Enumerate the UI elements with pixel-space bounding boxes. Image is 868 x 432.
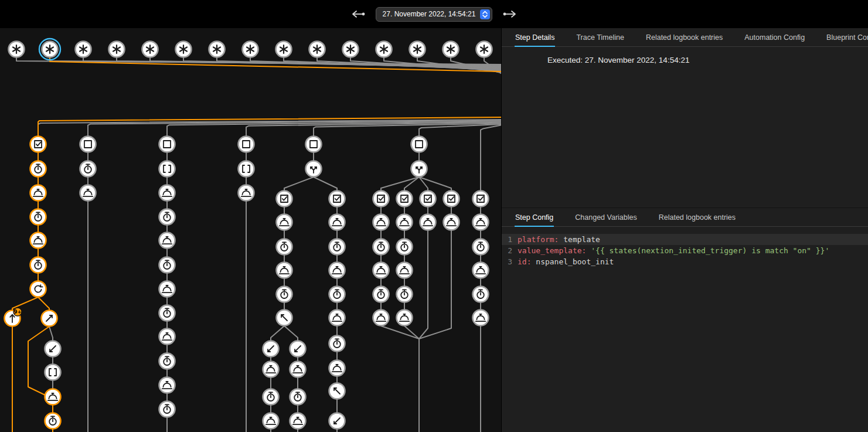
step-node-service-bell[interactable]	[290, 362, 306, 377]
step-node-checkbox-blank[interactable]	[239, 137, 254, 152]
step-node-arrow-up[interactable]: 9+	[5, 308, 22, 326]
step-node-refresh[interactable]	[30, 281, 46, 297]
step-node-arrow-sw[interactable]	[329, 413, 345, 429]
trigger-node[interactable]	[343, 42, 359, 57]
step-node-checkbox-marked[interactable]	[329, 191, 345, 207]
previous-run-button[interactable]	[349, 5, 367, 23]
trigger-node[interactable]	[443, 42, 459, 57]
trace-graph-svg[interactable]: 9+	[0, 28, 501, 432]
step-node-timer[interactable]	[30, 209, 46, 225]
step-node-timer[interactable]	[159, 402, 175, 417]
step-node-call-split[interactable]	[411, 161, 427, 177]
step-node-checkbox-marked[interactable]	[420, 191, 436, 207]
step-node-checkbox-marked[interactable]	[397, 191, 413, 207]
step-node-timer[interactable]	[30, 257, 46, 273]
step-node-checkbox-blank[interactable]	[411, 137, 427, 152]
trigger-node[interactable]	[39, 39, 60, 60]
step-node-service-bell[interactable]	[329, 215, 345, 230]
step-node-service-bell[interactable]	[444, 215, 459, 230]
step-node-service-bell[interactable]	[30, 185, 46, 201]
run-timestamp-select[interactable]: 27. November 2022, 14:54:21	[376, 7, 493, 22]
tab-blueprint-config[interactable]: Blueprint Config	[826, 33, 868, 47]
step-node-timer[interactable]	[80, 161, 96, 177]
trigger-node[interactable]	[9, 42, 25, 57]
step-node-service-bell[interactable]	[373, 263, 389, 278]
step-node-code-brackets[interactable]	[159, 161, 175, 177]
step-node-timer[interactable]	[329, 287, 345, 302]
step-node-timer[interactable]	[473, 239, 489, 255]
step-node-service-bell[interactable]	[159, 329, 175, 345]
trigger-node[interactable]	[243, 42, 258, 57]
step-node-service-bell[interactable]	[373, 215, 389, 230]
step-node-service-bell[interactable]	[397, 215, 413, 230]
step-node-service-bell[interactable]	[397, 263, 413, 278]
step-node-service-bell[interactable]	[277, 263, 292, 278]
trigger-node[interactable]	[109, 42, 125, 57]
step-node-service-bell[interactable]	[329, 310, 345, 326]
step-node-checkbox-blank[interactable]	[159, 137, 175, 152]
step-node-checkbox-marked[interactable]	[444, 191, 459, 207]
step-node-checkbox-marked[interactable]	[30, 137, 46, 152]
step-node-timer[interactable]	[159, 305, 175, 321]
step-node-service-bell[interactable]	[329, 263, 345, 278]
next-run-button[interactable]	[501, 5, 519, 23]
step-node-checkbox-marked[interactable]	[473, 191, 489, 207]
trigger-node[interactable]	[309, 42, 325, 57]
step-node-arrow-sw[interactable]	[263, 341, 279, 357]
trigger-node[interactable]	[476, 42, 492, 57]
step-node-timer[interactable]	[373, 287, 389, 302]
step-node-checkbox-blank[interactable]	[306, 137, 322, 152]
trigger-node[interactable]	[376, 42, 392, 57]
step-node-service-bell[interactable]	[473, 310, 489, 326]
step-node-service-bell[interactable]	[329, 360, 345, 376]
tab-step-config[interactable]: Step Config	[515, 213, 554, 227]
step-node-timer[interactable]	[290, 389, 306, 405]
step-node-service-bell[interactable]	[159, 185, 175, 201]
step-node-service-bell[interactable]	[373, 310, 389, 326]
step-node-checkbox-marked[interactable]	[373, 191, 389, 207]
step-node-timer[interactable]	[373, 239, 389, 255]
step-node-arrow-ne[interactable]	[42, 311, 57, 326]
tab-related-logbook-entries[interactable]: Related logbook entries	[645, 33, 723, 47]
step-node-service-bell[interactable]	[30, 233, 46, 249]
step-node-service-bell[interactable]	[420, 215, 436, 230]
step-node-timer[interactable]	[397, 239, 413, 255]
step-node-timer[interactable]	[473, 287, 489, 302]
step-node-timer[interactable]	[329, 336, 345, 352]
trigger-node[interactable]	[276, 42, 292, 57]
step-node-arrow-sw[interactable]	[45, 341, 61, 357]
step-node-service-bell[interactable]	[290, 413, 306, 429]
step-node-arrow-sw[interactable]	[290, 341, 306, 357]
step-node-service-bell[interactable]	[397, 310, 413, 326]
trace-graph-area[interactable]: 9+	[0, 28, 501, 432]
tab-step-details[interactable]: Step Details	[515, 33, 555, 47]
trigger-node[interactable]	[176, 42, 192, 57]
step-node-arrow-nw[interactable]	[329, 383, 345, 399]
step-node-timer[interactable]	[30, 161, 46, 177]
step-node-arrow-nw[interactable]	[277, 310, 292, 326]
trigger-node[interactable]	[142, 42, 158, 57]
trigger-node[interactable]	[209, 42, 225, 57]
step-node-timer[interactable]	[159, 209, 175, 225]
tab-config-related-logbook-entries[interactable]: Related logbook entries	[658, 213, 736, 227]
step-node-service-bell[interactable]	[159, 281, 175, 297]
tab-automation-config[interactable]: Automation Config	[744, 33, 805, 47]
step-node-timer[interactable]	[397, 287, 413, 302]
step-node-service-bell[interactable]	[277, 215, 292, 230]
step-node-service-bell[interactable]	[159, 377, 175, 393]
step-node-checkbox-marked[interactable]	[277, 191, 292, 207]
step-node-service-bell[interactable]	[159, 233, 175, 249]
step-node-checkbox-blank[interactable]	[80, 137, 96, 152]
step-node-code-brackets[interactable]	[239, 161, 254, 177]
step-node-timer[interactable]	[329, 239, 345, 255]
step-node-code-brackets[interactable]	[45, 365, 61, 380]
step-node-service-bell[interactable]	[80, 185, 96, 201]
trigger-node[interactable]	[76, 42, 91, 57]
step-node-service-bell[interactable]	[263, 362, 279, 377]
step-node-timer[interactable]	[45, 413, 61, 429]
step-node-timer[interactable]	[277, 287, 292, 302]
step-node-service-bell[interactable]	[263, 413, 279, 429]
step-node-service-bell[interactable]	[473, 215, 489, 230]
step-node-service-bell[interactable]	[239, 185, 254, 201]
tab-trace-timeline[interactable]: Trace Timeline	[576, 33, 625, 47]
